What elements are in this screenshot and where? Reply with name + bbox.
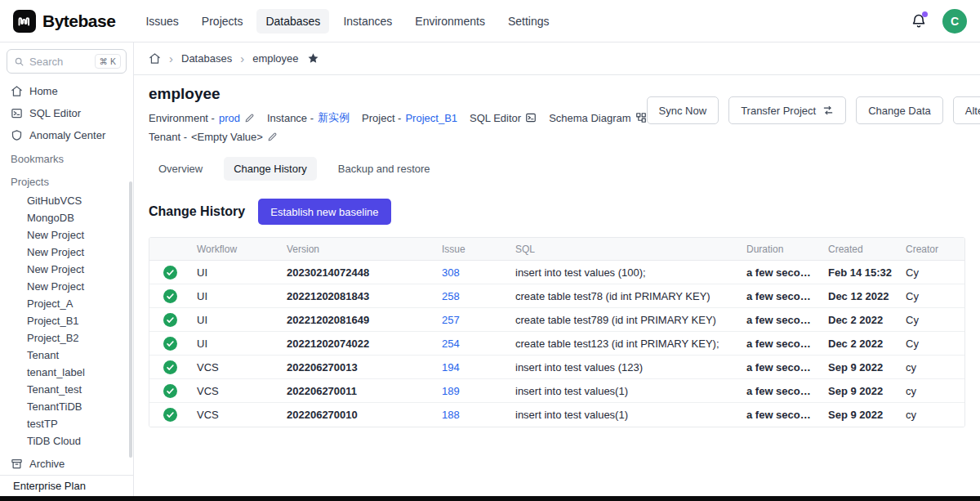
sql-editor-link[interactable]: SQL Editor: [470, 112, 537, 124]
sidebar-project-new-project[interactable]: New Project: [7, 226, 127, 244]
history-row[interactable]: VCS202206270010188insert into test value…: [149, 403, 964, 427]
sidebar-project-project_a[interactable]: Project_A: [7, 295, 127, 312]
tab-backup-and-restore[interactable]: Backup and restore: [328, 157, 440, 181]
plan-label: Enterprise Plan: [0, 475, 133, 496]
environment-link[interactable]: prod: [219, 112, 240, 124]
sidebar-item-sql-editor[interactable]: SQL Editor: [7, 102, 127, 124]
creator-cell: cy: [899, 361, 964, 374]
bookmarks-section-label: Bookmarks: [7, 149, 127, 169]
home-icon: [11, 85, 23, 97]
nav-item-databases[interactable]: Databases: [256, 9, 329, 34]
tab-change-history[interactable]: Change History: [224, 157, 317, 181]
meta-row-1: Environment - prod Instance - 新实例: [149, 110, 647, 125]
schema-diagram-icon: [635, 112, 647, 123]
edit-environment-pencil-icon[interactable]: [244, 113, 255, 123]
sidebar-project-githubvcs[interactable]: GitHubVCS: [7, 192, 127, 209]
creator-cell: cy: [899, 385, 964, 397]
section-title: Change History: [149, 204, 245, 219]
instance-label: Instance -: [267, 112, 314, 124]
change-data-button-label: Change Data: [868, 105, 931, 117]
table-body: UI20230214072448308insert into test valu…: [149, 261, 964, 427]
sidebar-scrollbar[interactable]: [129, 181, 132, 458]
sidebar-project-tidb-cloud[interactable]: TiDB Cloud: [7, 432, 127, 449]
schema-diagram-label: Schema Diagram: [549, 112, 630, 124]
terminal-icon: [11, 107, 23, 119]
bytebase-logo[interactable]: Bytebase: [13, 10, 115, 33]
sidebar-project-project_b1[interactable]: Project_B1: [7, 312, 127, 329]
search-input[interactable]: [29, 56, 83, 68]
project-link[interactable]: Project_B1: [405, 112, 457, 124]
tab-overview[interactable]: Overview: [149, 157, 212, 181]
sidebar-project-project_b2[interactable]: Project_B2: [7, 329, 127, 347]
nav-item-projects[interactable]: Projects: [193, 9, 252, 34]
sync-now-button-label: Sync Now: [659, 105, 707, 117]
navbar-right: C: [910, 9, 967, 34]
created-cell: Dec 2 2022: [822, 314, 899, 326]
history-row[interactable]: UI20230214072448308insert into test valu…: [149, 261, 964, 284]
tenant-label: Tenant -: [149, 131, 187, 143]
user-avatar[interactable]: C: [942, 9, 967, 34]
issue-link[interactable]: 258: [442, 290, 460, 302]
nav-item-instances[interactable]: Instances: [334, 9, 401, 34]
establish-baseline-button[interactable]: Establish new baseline: [258, 199, 390, 225]
sidebar-item-archive[interactable]: Archive: [7, 453, 127, 475]
status-success-icon: [149, 408, 190, 422]
history-row[interactable]: UI20221202081843258create table test78 (…: [149, 284, 964, 308]
workflow-cell: VCS: [190, 385, 280, 397]
change-data-button[interactable]: Change Data: [856, 96, 943, 124]
bytebase-app: Bytebase IssuesProjectsDatabasesInstance…: [0, 0, 980, 501]
sync-now-button[interactable]: Sync Now: [647, 96, 719, 124]
sidebar-project-new-project[interactable]: New Project: [7, 244, 127, 261]
bottom-edge: [0, 496, 980, 501]
search-box[interactable]: ⌘ K: [7, 49, 127, 74]
status-success-icon: [149, 289, 190, 303]
issue-link[interactable]: 188: [442, 409, 460, 421]
transfer-project-button[interactable]: Transfer Project: [728, 96, 846, 124]
sidebar-project-new-project[interactable]: New Project: [7, 261, 127, 278]
sidebar-project-tenanttidb[interactable]: TenantTiDB: [7, 398, 127, 415]
bookmark-star-icon[interactable]: [307, 52, 319, 65]
sidebar-item-anomaly-center[interactable]: Anomaly Center: [7, 124, 127, 146]
sidebar-item-home[interactable]: Home: [7, 80, 127, 102]
alter-schema-button-label: Alter Schema: [965, 105, 980, 117]
nav-item-issues[interactable]: Issues: [136, 9, 187, 34]
history-row[interactable]: VCS202206270013194insert into test value…: [149, 356, 964, 379]
issue-link[interactable]: 254: [442, 338, 460, 350]
issue-link[interactable]: 308: [442, 266, 460, 279]
instance-link[interactable]: 新实例: [318, 110, 350, 125]
sql-cell: create table test78 (id int PRIMARY KEY): [509, 290, 740, 302]
sidebar-project-new-project[interactable]: New Project: [7, 278, 127, 295]
archive-icon: [11, 458, 23, 470]
sidebar-project-testtp[interactable]: testTP: [7, 415, 127, 432]
issue-link[interactable]: 189: [442, 385, 460, 397]
home-icon[interactable]: [149, 52, 161, 65]
breadcrumb-separator: ›: [169, 52, 173, 65]
sidebar-project-tenant_label[interactable]: tenant_label: [7, 364, 127, 381]
notifications-bell-icon[interactable]: [910, 12, 928, 30]
status-success-icon: [149, 337, 190, 351]
issue-cell: 258: [435, 290, 509, 302]
breadcrumb-databases[interactable]: Databases: [181, 52, 232, 65]
issue-cell: 308: [435, 266, 509, 279]
sidebar-project-tenant_test[interactable]: Tenant_test: [7, 381, 127, 398]
navbar-items: IssuesProjectsDatabasesInstancesEnvironm…: [136, 9, 558, 34]
projects-section-label[interactable]: Projects: [7, 172, 127, 192]
column-header-creator: Creator: [899, 244, 964, 255]
sidebar-item-label: Home: [29, 85, 58, 97]
sql-cell: create table test789 (id int PRIMARY KEY…: [509, 314, 740, 326]
nav-item-settings[interactable]: Settings: [499, 9, 559, 34]
alter-schema-button[interactable]: Alter Schema: [953, 96, 980, 124]
history-row[interactable]: UI20221202081649257create table test789 …: [149, 308, 964, 332]
edit-tenant-pencil-icon[interactable]: [267, 132, 278, 142]
issue-link[interactable]: 194: [442, 361, 460, 374]
schema-diagram-link[interactable]: Schema Diagram: [549, 112, 646, 124]
sidebar-project-mongodb[interactable]: MongoDB: [7, 209, 127, 226]
column-header-sql: SQL: [509, 244, 740, 255]
issue-link[interactable]: 257: [442, 314, 460, 326]
nav-item-environments[interactable]: Environments: [406, 9, 494, 34]
created-cell: Sep 9 2022: [822, 385, 899, 397]
change-history-table: WorkflowVersionIssueSQLDurationCreatedCr…: [149, 237, 965, 427]
history-row[interactable]: UI20221202074022254create table test123 …: [149, 332, 964, 356]
sidebar-project-tenant[interactable]: Tenant: [7, 347, 127, 364]
history-row[interactable]: VCS202206270011189insert into test value…: [149, 379, 964, 403]
